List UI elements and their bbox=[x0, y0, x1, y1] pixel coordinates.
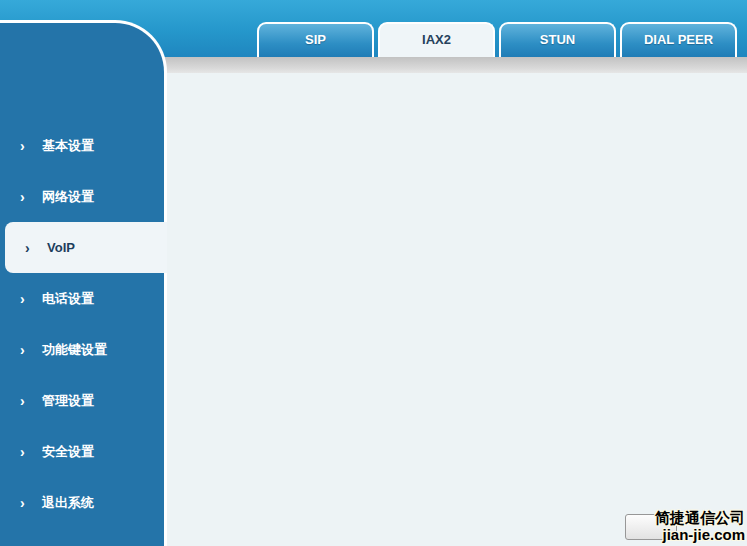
sidebar-item-logout[interactable]: › 退出系统 bbox=[0, 477, 164, 528]
chevron-right-icon: › bbox=[20, 291, 42, 307]
chevron-right-icon: › bbox=[20, 138, 42, 154]
sidebar-item-phone-settings[interactable]: › 电话设置 bbox=[0, 273, 164, 324]
tab-stun[interactable]: STUN bbox=[499, 22, 616, 57]
chevron-right-icon: › bbox=[20, 495, 42, 511]
sidebar-item-network-settings[interactable]: › 网络设置 bbox=[0, 171, 164, 222]
sidebar-background: › 基本设置 › 网络设置 › VoIP › 电话设置 › 功能键设置 › 管理… bbox=[0, 23, 164, 546]
sidebar: › 基本设置 › 网络设置 › VoIP › 电话设置 › 功能键设置 › 管理… bbox=[0, 20, 167, 546]
sidebar-item-label: VoIP bbox=[47, 240, 75, 255]
sidebar-item-voip[interactable]: › VoIP bbox=[5, 222, 167, 273]
sidebar-item-label: 安全设置 bbox=[42, 443, 94, 461]
watermark: 简捷通信公司 jian-jie.com bbox=[655, 509, 745, 543]
sidebar-item-basic-settings[interactable]: › 基本设置 bbox=[0, 120, 164, 171]
tab-bar: SIPIAX2STUNDIAL PEER bbox=[257, 22, 737, 57]
sidebar-item-security-settings[interactable]: › 安全设置 bbox=[0, 426, 164, 477]
tab-iax2[interactable]: IAX2 bbox=[378, 22, 495, 57]
watermark-line1: 简捷通信公司 bbox=[655, 509, 745, 526]
sidebar-item-label: 退出系统 bbox=[42, 494, 94, 512]
watermark-line2: jian-jie.com bbox=[655, 526, 745, 543]
chevron-right-icon: › bbox=[20, 189, 42, 205]
sidebar-menu: › 基本设置 › 网络设置 › VoIP › 电话设置 › 功能键设置 › 管理… bbox=[0, 120, 164, 528]
sidebar-item-label: 电话设置 bbox=[42, 290, 94, 308]
content-area bbox=[167, 73, 747, 546]
tab-sip[interactable]: SIP bbox=[257, 22, 374, 57]
chevron-right-icon: › bbox=[20, 444, 42, 460]
sidebar-item-management-settings[interactable]: › 管理设置 bbox=[0, 375, 164, 426]
chevron-right-icon: › bbox=[20, 342, 42, 358]
sidebar-item-label: 基本设置 bbox=[42, 137, 94, 155]
sidebar-item-function-key-settings[interactable]: › 功能键设置 bbox=[0, 324, 164, 375]
chevron-right-icon: › bbox=[25, 240, 47, 256]
sidebar-item-label: 管理设置 bbox=[42, 392, 94, 410]
sidebar-item-label: 网络设置 bbox=[42, 188, 94, 206]
tab-dial-peer[interactable]: DIAL PEER bbox=[620, 22, 737, 57]
sidebar-item-label: 功能键设置 bbox=[42, 341, 107, 359]
chevron-right-icon: › bbox=[20, 393, 42, 409]
